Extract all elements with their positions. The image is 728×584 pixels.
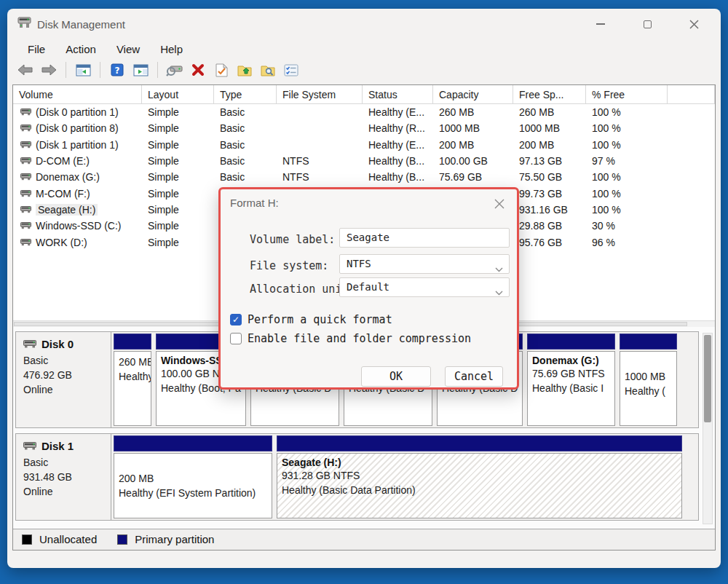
disk-1-info[interactable]: Disk 1 Basic 931.48 GB Online xyxy=(16,434,111,520)
cancel-button[interactable]: Cancel xyxy=(445,366,503,387)
drive-icon xyxy=(20,106,31,118)
header-type[interactable]: Type xyxy=(214,85,277,104)
drive-icon xyxy=(20,220,31,232)
help-icon[interactable]: ? xyxy=(108,60,127,79)
allocation-unit-label: Allocation unit xyxy=(250,283,348,296)
partition[interactable]: 200 MBHealthy (EFI System Partition) xyxy=(114,435,272,518)
minimize-button[interactable] xyxy=(591,15,610,33)
header-volume[interactable]: Volume xyxy=(13,85,142,104)
menu-help[interactable]: Help xyxy=(150,42,193,57)
file-system-label: File system: xyxy=(250,259,328,272)
back-arrow-icon[interactable] xyxy=(16,60,35,79)
partition[interactable]: Donemax (G:)75.69 GB NTFSHealthy (Basic … xyxy=(527,334,615,426)
header-capacity[interactable]: Capacity xyxy=(433,85,513,104)
menu-view[interactable]: View xyxy=(106,42,150,57)
menu-bar: File Action View Help xyxy=(7,39,721,58)
legend-bar: Unallocated Primary partition xyxy=(13,529,715,550)
drive-icon xyxy=(20,139,31,151)
close-button[interactable] xyxy=(684,15,703,33)
menu-action[interactable]: Action xyxy=(55,42,106,57)
header-free-space[interactable]: Free Sp... xyxy=(513,85,586,104)
table-row[interactable]: (Disk 0 partition 1)SimpleBasicHealthy (… xyxy=(13,104,715,120)
header-file-system[interactable]: File System xyxy=(277,85,363,104)
file-system-select[interactable]: NTFS xyxy=(339,254,510,274)
find-folder-icon[interactable] xyxy=(258,60,277,79)
disk-icon xyxy=(23,440,36,452)
partition[interactable]: 260 MBHealthy ( xyxy=(114,334,151,426)
chevron-down-icon xyxy=(495,283,503,297)
header-pct-free[interactable]: % Free xyxy=(586,85,668,104)
drive-icon xyxy=(20,122,31,134)
format-dialog: Format H: Volume label: Seagate File sys… xyxy=(218,187,519,390)
checklist-icon[interactable] xyxy=(282,60,301,79)
drive-icon xyxy=(20,155,31,167)
app-icon xyxy=(17,17,31,31)
unallocated-color-key xyxy=(22,534,32,545)
disk-1-row: Disk 1 Basic 931.48 GB Online 200 MBHeal… xyxy=(15,433,699,521)
drive-icon xyxy=(20,237,31,248)
unallocated-label: Unallocated xyxy=(39,533,97,545)
toolbar: ? xyxy=(7,58,721,82)
volume-label-label: Volume label: xyxy=(250,233,335,246)
header-status[interactable]: Status xyxy=(363,85,433,104)
table-row[interactable]: (Disk 1 partition 1)SimpleBasicHealthy (… xyxy=(13,137,715,153)
show-action-pane-icon[interactable] xyxy=(131,60,150,79)
delete-icon[interactable] xyxy=(189,60,207,79)
header-layout[interactable]: Layout xyxy=(142,85,214,104)
title-bar: Disk Management xyxy=(7,9,721,39)
chevron-down-icon xyxy=(495,260,503,274)
status-bar xyxy=(12,552,716,565)
allocation-unit-select[interactable]: Default xyxy=(339,277,510,297)
checkbox-checked-icon: ✓ xyxy=(230,314,242,325)
svg-text:?: ? xyxy=(115,66,120,76)
header-blank xyxy=(668,85,715,104)
checkbox-unchecked-icon xyxy=(230,333,242,344)
maximize-button[interactable] xyxy=(638,15,657,33)
rescan-disks-icon[interactable] xyxy=(165,60,184,79)
volume-list-header: Volume Layout Type File System Status Ca… xyxy=(13,85,715,104)
menu-file[interactable]: File xyxy=(17,42,55,57)
drive-icon xyxy=(20,188,31,200)
volume-label-input[interactable]: Seagate xyxy=(339,228,510,248)
partition[interactable]: 1000 MBHealthy ( xyxy=(620,334,677,426)
primary-partition-label: Primary partition xyxy=(135,533,214,545)
forward-arrow-icon[interactable] xyxy=(39,60,58,79)
table-row[interactable]: D-COM (E:)SimpleBasicNTFSHealthy (B...10… xyxy=(13,153,715,169)
drive-icon xyxy=(20,204,31,216)
quick-format-checkbox[interactable]: ✓ Perform a quick format xyxy=(230,313,392,326)
table-row[interactable]: (Disk 0 partition 8)SimpleBasicHealthy (… xyxy=(13,120,715,136)
table-row[interactable]: Donemax (G:)SimpleBasicNTFSHealthy (B...… xyxy=(13,169,715,185)
partition-seagate-selected[interactable]: Seagate (H:)931.28 GB NTFSHealthy (Basic… xyxy=(277,435,682,518)
window-title: Disk Management xyxy=(37,18,591,31)
dialog-title: Format H: xyxy=(230,197,279,209)
disk-0-info[interactable]: Disk 0 Basic 476.92 GB Online xyxy=(16,332,111,427)
export-folder-icon[interactable] xyxy=(235,60,254,79)
dialog-close-icon[interactable] xyxy=(492,197,507,211)
properties-icon[interactable] xyxy=(212,60,231,79)
drive-icon xyxy=(20,171,31,183)
compression-checkbox[interactable]: Enable file and folder compression xyxy=(230,332,471,345)
show-console-tree-icon[interactable] xyxy=(74,60,92,79)
ok-button[interactable]: OK xyxy=(361,366,431,387)
vertical-scrollbar[interactable] xyxy=(703,333,713,524)
disk-icon xyxy=(23,338,36,350)
primary-partition-color-key xyxy=(117,534,127,545)
